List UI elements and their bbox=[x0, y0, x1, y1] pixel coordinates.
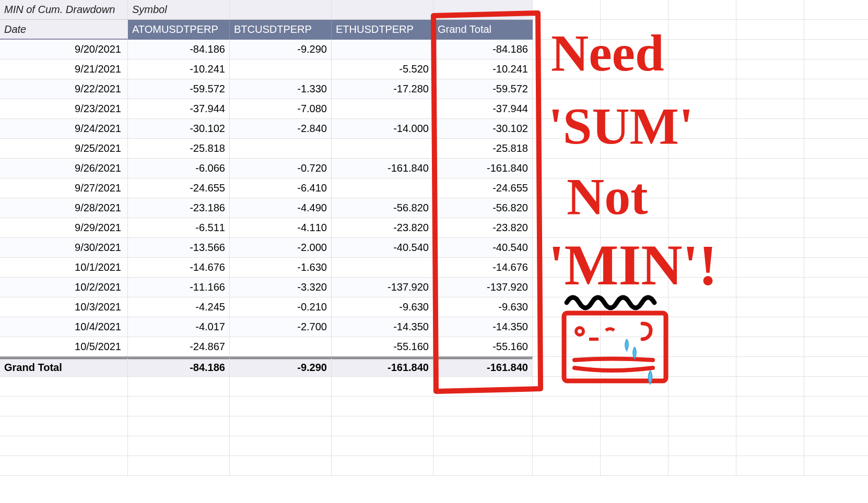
pivot-row-date[interactable]: 9/26/2021 bbox=[0, 159, 128, 178]
pivot-value-cell[interactable]: -10.241 bbox=[128, 59, 230, 79]
empty-cell[interactable] bbox=[433, 377, 533, 397]
data-row-blank[interactable] bbox=[533, 79, 601, 99]
data-row-blank[interactable] bbox=[804, 59, 868, 79]
gt-row-blank[interactable] bbox=[736, 357, 804, 377]
pivot-row-date[interactable]: 9/20/2021 bbox=[0, 40, 128, 59]
pivot-corner-label[interactable]: MIN of Cum. Drawdown bbox=[0, 0, 128, 20]
empty-cell[interactable] bbox=[0, 416, 128, 436]
pivot-row-date[interactable]: 9/23/2021 bbox=[0, 99, 128, 119]
data-row-blank[interactable] bbox=[668, 238, 736, 258]
pivot-value-cell[interactable]: -0.210 bbox=[230, 297, 332, 317]
pivot-value-cell[interactable] bbox=[230, 337, 332, 357]
data-row-blank[interactable] bbox=[736, 258, 804, 278]
pivot-value-cell[interactable]: -40.540 bbox=[433, 238, 533, 258]
data-row-blank[interactable] bbox=[533, 218, 601, 238]
data-row-blank[interactable] bbox=[533, 337, 601, 357]
data-row-blank[interactable] bbox=[736, 40, 804, 59]
pivot-value-cell[interactable]: -14.350 bbox=[433, 317, 533, 337]
pivot-value-cell[interactable]: -4.110 bbox=[230, 218, 332, 238]
data-row-blank[interactable] bbox=[736, 139, 804, 159]
pivot-column-header[interactable]: ATOMUSDTPERP bbox=[128, 20, 230, 40]
pivot-value-cell[interactable] bbox=[230, 59, 332, 79]
pivot-value-cell[interactable]: -4.245 bbox=[128, 297, 230, 317]
data-row-blank[interactable] bbox=[736, 337, 804, 357]
pivot-row-date[interactable]: 9/29/2021 bbox=[0, 218, 128, 238]
empty-cell[interactable] bbox=[668, 456, 736, 476]
empty-cell[interactable] bbox=[533, 416, 601, 436]
pivot-row-date[interactable]: 9/28/2021 bbox=[0, 198, 128, 218]
empty-cell[interactable] bbox=[0, 397, 128, 416]
empty-cell[interactable] bbox=[0, 456, 128, 476]
data-row-blank[interactable] bbox=[601, 178, 668, 198]
pivot-value-cell[interactable]: -24.655 bbox=[128, 178, 230, 198]
data-row-blank[interactable] bbox=[736, 99, 804, 119]
empty-cell[interactable] bbox=[128, 436, 230, 456]
pivot-value-cell[interactable]: -161.840 bbox=[332, 159, 433, 178]
data-row-blank[interactable] bbox=[601, 198, 668, 218]
data-row-blank[interactable] bbox=[804, 178, 868, 198]
empty-cell[interactable] bbox=[601, 456, 668, 476]
pivot-value-cell[interactable]: -6.410 bbox=[230, 178, 332, 198]
pivot-value-cell[interactable]: -24.655 bbox=[433, 178, 533, 198]
empty-cell[interactable] bbox=[128, 397, 230, 416]
data-row-blank[interactable] bbox=[804, 278, 868, 297]
empty-cell[interactable] bbox=[128, 377, 230, 397]
data-row-blank[interactable] bbox=[668, 258, 736, 278]
empty-cell[interactable] bbox=[332, 416, 433, 436]
empty-cell[interactable] bbox=[533, 397, 601, 416]
pivot-value-cell[interactable]: -14.350 bbox=[332, 317, 433, 337]
pivot-value-cell[interactable]: -59.572 bbox=[433, 79, 533, 99]
pivot-row-date[interactable]: 10/3/2021 bbox=[0, 297, 128, 317]
pivot-value-cell[interactable]: -2.840 bbox=[230, 119, 332, 139]
data-row-blank[interactable] bbox=[804, 159, 868, 178]
data-row-blank[interactable] bbox=[804, 119, 868, 139]
pivot-value-cell[interactable]: -14.676 bbox=[128, 258, 230, 278]
row2-blank[interactable] bbox=[804, 20, 868, 40]
data-row-blank[interactable] bbox=[736, 159, 804, 178]
empty-cell[interactable] bbox=[332, 456, 433, 476]
pivot-grand-total-label[interactable]: Grand Total bbox=[0, 357, 128, 377]
pivot-value-cell[interactable]: -84.186 bbox=[433, 40, 533, 59]
data-row-blank[interactable] bbox=[668, 297, 736, 317]
data-row-blank[interactable] bbox=[533, 317, 601, 337]
pivot-value-cell[interactable]: -9.630 bbox=[332, 297, 433, 317]
data-row-blank[interactable] bbox=[736, 198, 804, 218]
row2-blank[interactable] bbox=[736, 20, 804, 40]
pivot-row-date[interactable]: 9/21/2021 bbox=[0, 59, 128, 79]
data-row-blank[interactable] bbox=[804, 238, 868, 258]
pivot-value-cell[interactable]: -56.820 bbox=[332, 198, 433, 218]
empty-cell[interactable] bbox=[128, 456, 230, 476]
pivot-value-cell[interactable]: -55.160 bbox=[332, 337, 433, 357]
pivot-row-date[interactable]: 9/30/2021 bbox=[0, 238, 128, 258]
pivot-value-cell[interactable] bbox=[332, 99, 433, 119]
row1-blank[interactable] bbox=[533, 0, 601, 20]
empty-cell[interactable] bbox=[668, 397, 736, 416]
pivot-value-cell[interactable]: -25.818 bbox=[433, 139, 533, 159]
row1-blank[interactable] bbox=[601, 0, 668, 20]
pivot-row-date[interactable]: 9/22/2021 bbox=[0, 79, 128, 99]
pivot-header-blank[interactable] bbox=[433, 0, 533, 20]
data-row-blank[interactable] bbox=[668, 40, 736, 59]
pivot-value-cell[interactable]: -25.818 bbox=[128, 139, 230, 159]
pivot-value-cell[interactable]: -23.820 bbox=[332, 218, 433, 238]
pivot-value-cell[interactable]: -3.320 bbox=[230, 278, 332, 297]
data-row-blank[interactable] bbox=[601, 218, 668, 238]
empty-cell[interactable] bbox=[128, 416, 230, 436]
data-row-blank[interactable] bbox=[804, 258, 868, 278]
data-row-blank[interactable] bbox=[601, 79, 668, 99]
empty-cell[interactable] bbox=[804, 416, 868, 436]
pivot-value-cell[interactable]: -30.102 bbox=[433, 119, 533, 139]
pivot-grand-total-value[interactable]: -161.840 bbox=[433, 357, 533, 377]
pivot-row-date[interactable]: 9/24/2021 bbox=[0, 119, 128, 139]
data-row-blank[interactable] bbox=[804, 198, 868, 218]
data-row-blank[interactable] bbox=[804, 79, 868, 99]
empty-cell[interactable] bbox=[804, 456, 868, 476]
pivot-value-cell[interactable]: -55.160 bbox=[433, 337, 533, 357]
pivot-value-cell[interactable]: -6.511 bbox=[128, 218, 230, 238]
data-row-blank[interactable] bbox=[601, 337, 668, 357]
data-row-blank[interactable] bbox=[668, 317, 736, 337]
data-row-blank[interactable] bbox=[533, 297, 601, 317]
empty-cell[interactable] bbox=[668, 436, 736, 456]
empty-cell[interactable] bbox=[668, 377, 736, 397]
empty-cell[interactable] bbox=[433, 436, 533, 456]
